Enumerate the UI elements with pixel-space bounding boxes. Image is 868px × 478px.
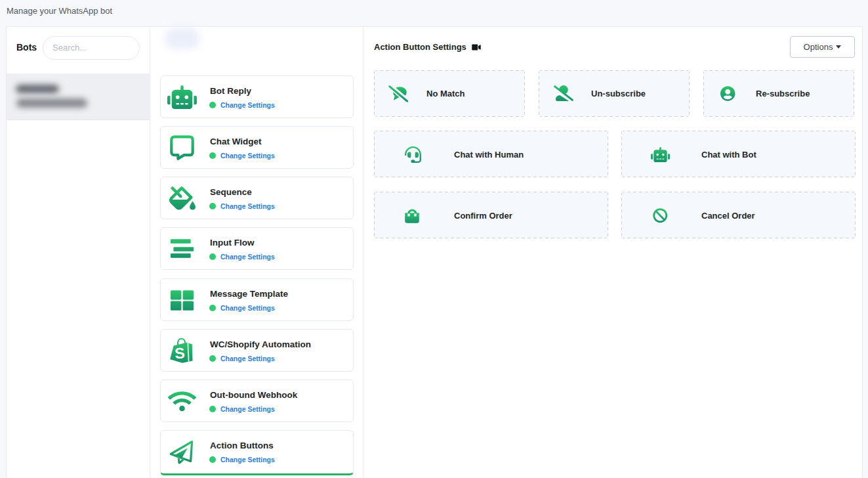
svg-text:S: S xyxy=(174,344,186,362)
